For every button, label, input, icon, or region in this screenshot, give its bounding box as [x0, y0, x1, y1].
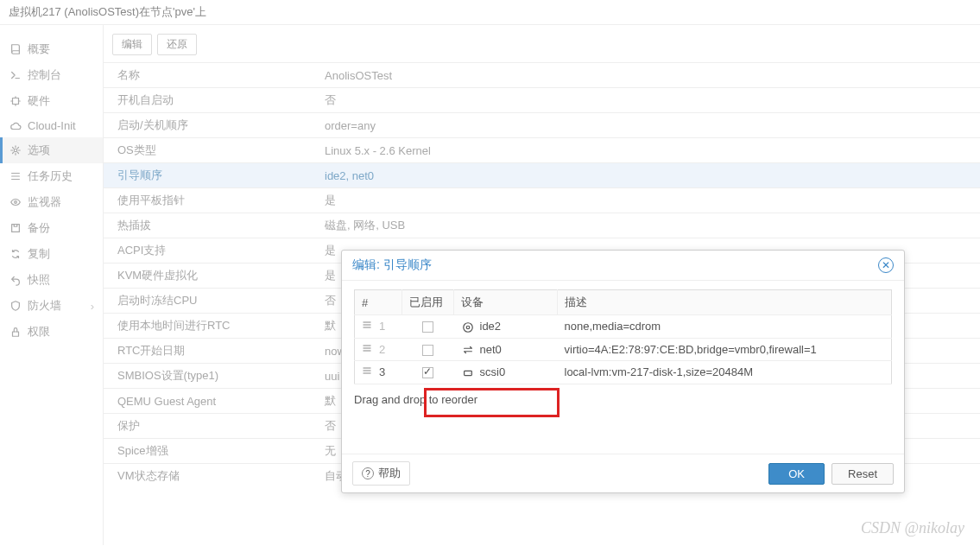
row-enabled[interactable]	[402, 361, 454, 384]
svg-point-8	[470, 372, 471, 373]
ok-button[interactable]: OK	[768, 463, 825, 485]
option-row[interactable]: 开机自启动否	[104, 88, 980, 113]
row-enabled[interactable]	[402, 315, 454, 339]
option-key: SMBIOS设置(type1)	[104, 364, 311, 389]
option-row[interactable]: OS类型Linux 5.x - 2.6 Kernel	[104, 138, 980, 163]
sidebar-item-eye[interactable]: 监视器	[0, 189, 103, 215]
chip-icon	[9, 95, 22, 107]
col-enabled: 已启用	[402, 290, 454, 315]
checkbox[interactable]	[422, 345, 433, 356]
sidebar-item-label: 概要	[28, 41, 50, 57]
toolbar: 编辑 还原	[104, 34, 980, 62]
eye-icon	[9, 196, 22, 208]
help-button[interactable]: ? 帮助	[352, 461, 410, 486]
disc-icon	[461, 321, 475, 333]
svg-rect-4	[13, 332, 19, 336]
help-label: 帮助	[378, 466, 401, 481]
option-row[interactable]: 启动/关机顺序order=any	[104, 113, 980, 138]
svg-point-5	[463, 322, 472, 332]
boot-row[interactable]: 1ide2none,media=cdrom	[355, 315, 892, 339]
sidebar-item-book[interactable]: 概要	[0, 36, 103, 62]
revert-button[interactable]: 还原	[157, 34, 197, 55]
sidebar-item-label: 防火墙	[28, 298, 61, 314]
sidebar-item-gear[interactable]: 选项	[0, 137, 103, 163]
svg-point-1	[14, 149, 17, 152]
sidebar-item-console[interactable]: 控制台	[0, 62, 103, 88]
drag-hint: Drag and drop to reorder	[354, 393, 892, 406]
option-value: AnolisOSTest	[311, 63, 980, 88]
svg-point-6	[466, 326, 470, 329]
drag-handle-icon[interactable]	[362, 365, 372, 376]
list-icon	[9, 170, 22, 182]
option-key: OS类型	[104, 138, 311, 163]
sidebar-item-list[interactable]: 任务历史	[0, 163, 103, 189]
sidebar-item-label: Cloud-Init	[28, 119, 76, 132]
save-icon	[9, 222, 22, 234]
sidebar-item-undo[interactable]: 快照	[0, 267, 103, 293]
drag-handle-icon[interactable]	[362, 320, 372, 330]
row-desc: virtio=4A:E2:78:97:CE:BD,bridge=vmbr0,fi…	[558, 338, 892, 361]
gear-icon	[9, 144, 22, 156]
sidebar: 概要控制台硬件Cloud-Init选项任务历史监视器备份复制快照防火墙›权限	[0, 25, 104, 545]
sidebar-item-cloud[interactable]: Cloud-Init	[0, 114, 103, 137]
sidebar-item-save[interactable]: 备份	[0, 215, 103, 241]
reset-button[interactable]: Reset	[831, 463, 894, 485]
help-icon: ?	[362, 467, 374, 479]
sidebar-item-label: 备份	[28, 220, 50, 236]
sidebar-item-label: 快照	[28, 272, 50, 288]
page-title: 虚拟机217 (AnolisOSTest)在节点'pve'上	[0, 0, 980, 25]
boot-row[interactable]: 3scsi0local-lvm:vm-217-disk-1,size=20484…	[355, 361, 892, 384]
row-number: 1	[355, 315, 402, 339]
option-key: 使用平板指针	[104, 188, 311, 213]
close-icon[interactable]: ✕	[878, 257, 894, 273]
sidebar-item-chip[interactable]: 硬件	[0, 88, 103, 114]
col-num: #	[355, 290, 402, 315]
option-row[interactable]: 热插拔磁盘, 网络, USB	[104, 213, 980, 238]
option-value: 否	[311, 88, 980, 113]
boot-order-table: # 已启用 设备 描述 1ide2none,media=cdrom2net0vi…	[354, 289, 892, 384]
boot-order-dialog: 编辑: 引导顺序 ✕ # 已启用 设备 描述 1ide2none,media=c…	[341, 250, 905, 493]
option-key: 启动/关机顺序	[104, 113, 311, 138]
row-device: net0	[454, 338, 558, 361]
col-desc: 描述	[558, 290, 892, 315]
refresh-icon	[9, 248, 22, 260]
checkbox[interactable]	[422, 321, 433, 333]
book-icon	[9, 43, 22, 55]
drag-handle-icon[interactable]	[362, 343, 372, 353]
option-key: 引导顺序	[104, 163, 311, 188]
row-desc: local-lvm:vm-217-disk-1,size=20484M	[558, 361, 892, 384]
option-row[interactable]: 名称AnolisOSTest	[104, 63, 980, 88]
sidebar-item-label: 监视器	[28, 194, 61, 210]
option-row[interactable]: 使用平板指针是	[104, 188, 980, 213]
dialog-body: # 已启用 设备 描述 1ide2none,media=cdrom2net0vi…	[342, 281, 904, 454]
option-value: ide2, net0	[311, 163, 980, 188]
swap-icon	[461, 344, 475, 356]
lock-icon	[9, 326, 22, 338]
option-key: KVM硬件虚拟化	[104, 263, 311, 289]
option-key: ACPI支持	[104, 238, 311, 263]
console-icon	[9, 69, 22, 81]
sidebar-item-refresh[interactable]: 复制	[0, 241, 103, 267]
option-value: order=any	[311, 113, 980, 138]
option-key: 使用本地时间进行RTC	[104, 314, 311, 339]
undo-icon	[9, 274, 22, 286]
option-row[interactable]: 引导顺序ide2, net0	[104, 163, 980, 188]
edit-button[interactable]: 编辑	[112, 34, 152, 55]
checkbox[interactable]	[422, 367, 433, 378]
sidebar-item-shield[interactable]: 防火墙›	[0, 293, 103, 319]
sidebar-item-label: 权限	[28, 324, 50, 340]
option-key: 保护	[104, 414, 311, 439]
sidebar-item-lock[interactable]: 权限	[0, 319, 103, 345]
row-device: scsi0	[454, 361, 558, 384]
sidebar-item-label: 控制台	[28, 67, 61, 83]
row-enabled[interactable]	[402, 338, 454, 361]
option-key: VM状态存储	[104, 464, 311, 489]
sidebar-item-label: 任务历史	[28, 168, 73, 184]
boot-row[interactable]: 2net0virtio=4A:E2:78:97:CE:BD,bridge=vmb…	[355, 338, 892, 361]
row-desc: none,media=cdrom	[558, 315, 892, 339]
option-key: RTC开始日期	[104, 339, 311, 364]
row-number: 3	[355, 361, 402, 384]
row-device: ide2	[454, 315, 558, 339]
option-key: Spice增强	[104, 439, 311, 464]
shield-icon	[9, 300, 22, 312]
